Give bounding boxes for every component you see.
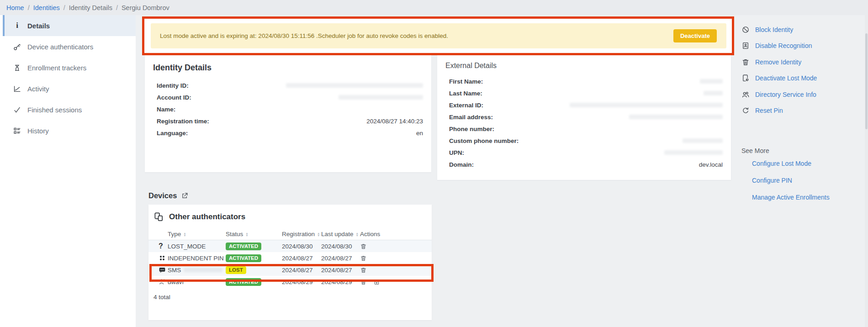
last-update-date: 2024/08/27	[321, 267, 360, 274]
sidebar-item-enrollment-trackers[interactable]: Enrollment trackers	[0, 57, 136, 78]
action-remove-identity[interactable]: Remove Identity	[741, 54, 865, 70]
device-clock-icon	[741, 74, 750, 82]
status-badge: LOST	[226, 266, 246, 274]
sidebar-item-finished-sessions[interactable]: Finished sessions	[0, 99, 136, 120]
sort-icon: ▲▼	[183, 232, 186, 237]
action-block-identity[interactable]: Block Identity	[741, 21, 865, 38]
sidebar-item-device-authenticators[interactable]: Device authenticators	[0, 36, 136, 57]
pin-dots-icon	[159, 254, 166, 262]
field-phone-number: Phone number:	[445, 123, 723, 135]
column-last-update[interactable]: Last update▲▼	[321, 231, 360, 237]
sort-icon: ▲▼	[317, 232, 320, 237]
sidebar-item-details[interactable]: i Details	[3, 15, 136, 36]
field-upn: UPN:	[445, 147, 723, 158]
field-custom-phone-number: Custom phone number:	[445, 135, 723, 147]
link-configure-pin[interactable]: Configure PIN	[752, 177, 865, 184]
scrollbar-track[interactable]	[865, 15, 868, 327]
trash-icon	[741, 58, 750, 66]
id-card-icon	[741, 42, 750, 50]
breadcrumb-separator: /	[28, 4, 30, 11]
field-email-address: Email address:	[445, 111, 723, 123]
breadcrumb-home[interactable]: Home	[6, 4, 24, 11]
registration-date: 2024/08/29	[282, 279, 321, 285]
field-name: Name:	[153, 103, 423, 115]
external-link-icon[interactable]	[181, 192, 189, 200]
people-icon	[741, 90, 750, 99]
lost-mode-alert: Lost mode active and is expiring at: 202…	[151, 23, 726, 48]
column-type[interactable]: Type▲▼	[168, 231, 226, 237]
delete-icon[interactable]	[360, 243, 367, 250]
sidebar-item-history[interactable]: History	[0, 120, 136, 141]
delete-icon[interactable]	[360, 279, 367, 285]
left-sidebar: i Details Device authenticators Enrollme…	[0, 15, 136, 327]
redacted-value	[339, 95, 423, 100]
check-icon	[13, 105, 21, 114]
list-icon	[13, 127, 21, 135]
other-authenticators-card: Other authenticators Type▲▼ Status▲▼ Reg…	[148, 205, 432, 320]
question-icon: ?	[159, 242, 168, 250]
annotation-box-alert: Lost mode active and is expiring at: 202…	[142, 16, 734, 55]
sms-icon	[159, 266, 166, 274]
sidebar-item-label: Finished sessions	[27, 106, 82, 114]
column-registration[interactable]: Registration▲▼	[282, 231, 321, 237]
registration-date: 2024/08/27	[282, 267, 321, 274]
authenticators-table: Type▲▼ Status▲▼ Registration▲▼ Last upda…	[148, 228, 432, 288]
field-external-id: External ID:	[445, 99, 723, 111]
action-disable-recognition[interactable]: Disable Recognition	[741, 38, 865, 54]
redacted-phone	[184, 268, 222, 272]
device-type: SMS	[168, 267, 181, 274]
scrollbar-thumb[interactable]	[865, 33, 868, 129]
card-title: External Details	[445, 62, 723, 70]
redacted-value	[286, 83, 423, 88]
field-domain: Domain: dev.local	[445, 158, 723, 170]
link-manage-active-enrollments[interactable]: Manage Active Enrollments	[752, 194, 865, 201]
lock-icon[interactable]	[373, 279, 380, 285]
identity-actions-panel: Block Identity Disable Recognition Remov…	[741, 21, 865, 119]
breadcrumb-separator: /	[116, 4, 118, 11]
column-actions: Actions	[360, 231, 432, 237]
last-update-date: 2024/08/27	[321, 255, 360, 262]
registration-date: 2024/08/30	[282, 243, 321, 250]
breadcrumb: Home / Identities / Identity Details / S…	[0, 0, 868, 15]
last-update-date: 2024/08/29	[321, 279, 360, 285]
person-icon	[159, 278, 166, 285]
breadcrumb-user-name: Sergiu Dombrov	[122, 4, 169, 11]
see-more-title: See More	[741, 147, 865, 154]
breadcrumb-identities[interactable]: Identities	[33, 4, 60, 11]
key-icon	[13, 42, 21, 51]
external-details-card: External Details First Name: Last Name: …	[437, 55, 731, 180]
sidebar-item-label: Details	[27, 22, 50, 30]
redacted-value	[700, 79, 723, 84]
sidebar-item-activity[interactable]: Activity	[0, 78, 136, 99]
field-last-name: Last Name:	[445, 87, 723, 99]
sidebar-item-label: Enrollment trackers	[27, 64, 86, 72]
action-directory-service-info[interactable]: Directory Service Info	[741, 86, 865, 103]
field-registration-time: Registration time: 2024/08/27 14:40:23	[153, 115, 423, 127]
field-identity-id: Identity ID:	[153, 79, 423, 91]
last-update-date: 2024/08/30	[321, 243, 360, 250]
redacted-value	[570, 103, 723, 107]
link-configure-lost-mode[interactable]: Configure Lost Mode	[752, 160, 865, 167]
alert-message: Lost mode active and is expiring at: 202…	[160, 32, 448, 39]
column-status[interactable]: Status▲▼	[226, 231, 282, 237]
redacted-value	[704, 91, 723, 95]
field-first-name: First Name:	[445, 75, 723, 87]
delete-icon[interactable]	[360, 267, 367, 274]
total-count: 4 total	[148, 288, 432, 301]
sidebar-item-label: History	[27, 127, 49, 135]
deactivate-button[interactable]: Deactivate	[673, 29, 717, 42]
action-deactivate-lost-mode[interactable]: Deactivate Lost Mode	[741, 70, 865, 87]
activity-icon	[13, 84, 21, 93]
card-title: Identity Details	[153, 63, 423, 73]
action-reset-pin[interactable]: Reset Pin	[741, 103, 865, 119]
sort-icon: ▲▼	[245, 232, 248, 237]
delete-icon[interactable]	[360, 255, 367, 262]
hourglass-icon	[13, 63, 21, 72]
device-type: INDEPENDENT PIN	[168, 255, 226, 262]
sidebar-item-label: Device authenticators	[27, 43, 93, 51]
sidebar-item-label: Activity	[27, 85, 49, 93]
field-language: Language: en	[153, 127, 423, 139]
table-row: ? LOST_MODE ACTIVATED 2024/08/30 2024/08…	[148, 240, 432, 252]
info-icon: i	[13, 21, 21, 30]
device-type: LOST_MODE	[168, 243, 226, 250]
